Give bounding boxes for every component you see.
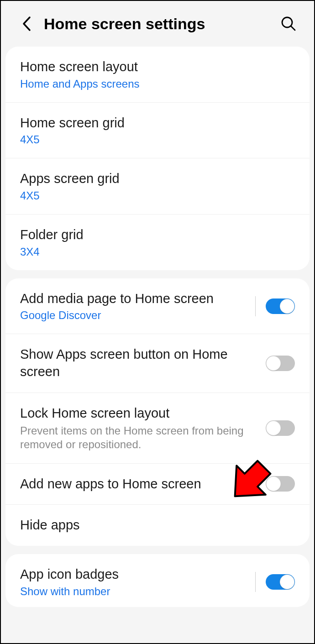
- setting-subtitle: 4X5: [20, 133, 290, 146]
- setting-subtitle: Google Discover: [20, 309, 246, 322]
- row-folder-grid[interactable]: Folder grid 3X4: [5, 215, 310, 270]
- setting-text: Hide apps: [20, 517, 295, 534]
- toggle-add-media-page[interactable]: [266, 298, 295, 314]
- setting-title: Add new apps to Home screen: [20, 476, 261, 493]
- setting-title: Folder grid: [20, 226, 290, 244]
- toggle-divider: [255, 572, 256, 592]
- svg-line-1: [291, 26, 295, 30]
- setting-desc: Prevent items on the Home screen from be…: [20, 424, 261, 451]
- settings-card-options: Add media page to Home screen Google Dis…: [5, 278, 310, 546]
- setting-title: Add media page to Home screen: [20, 290, 246, 308]
- chevron-left-icon: [21, 16, 31, 31]
- row-app-icon-badges[interactable]: App icon badges Show with number: [5, 554, 310, 607]
- search-button[interactable]: [279, 15, 298, 33]
- setting-text: Add media page to Home screen Google Dis…: [20, 290, 251, 322]
- toggle-app-icon-badges[interactable]: [266, 574, 295, 590]
- row-apps-screen-grid[interactable]: Apps screen grid 4X5: [5, 158, 310, 215]
- toggle-add-new-apps[interactable]: [266, 476, 295, 492]
- row-home-screen-layout[interactable]: Home screen layout Home and Apps screens: [5, 47, 310, 103]
- toggle-lock-layout[interactable]: [266, 420, 295, 436]
- row-add-new-apps[interactable]: Add new apps to Home screen: [5, 464, 310, 505]
- back-button[interactable]: [17, 15, 36, 33]
- page-title: Home screen settings: [44, 15, 279, 33]
- row-lock-layout[interactable]: Lock Home screen layout Prevent items on…: [5, 393, 310, 464]
- row-hide-apps[interactable]: Hide apps: [5, 505, 310, 546]
- setting-text: Folder grid 3X4: [20, 226, 295, 258]
- setting-text: Show Apps screen button on Home screen: [20, 346, 266, 380]
- setting-text: Home screen layout Home and Apps screens: [20, 58, 295, 90]
- setting-title: Home screen grid: [20, 115, 290, 132]
- setting-text: Apps screen grid 4X5: [20, 170, 295, 202]
- setting-subtitle: Home and Apps screens: [20, 78, 290, 90]
- row-home-screen-grid[interactable]: Home screen grid 4X5: [5, 103, 310, 159]
- setting-title: App icon badges: [20, 566, 246, 583]
- setting-text: Add new apps to Home screen: [20, 476, 266, 493]
- row-add-media-page[interactable]: Add media page to Home screen Google Dis…: [5, 278, 310, 335]
- setting-title: Home screen layout: [20, 58, 290, 76]
- settings-card-badges: App icon badges Show with number: [5, 554, 310, 607]
- toggle-show-apps-button[interactable]: [266, 356, 295, 371]
- app-header: Home screen settings: [1, 1, 314, 47]
- setting-subtitle: 4X5: [20, 189, 290, 202]
- search-icon: [281, 16, 296, 31]
- setting-title: Hide apps: [20, 517, 290, 534]
- setting-title: Apps screen grid: [20, 170, 290, 188]
- setting-text: Home screen grid 4X5: [20, 115, 295, 147]
- setting-title: Show Apps screen button on Home screen: [20, 346, 261, 380]
- setting-text: Lock Home screen layout Prevent items on…: [20, 405, 266, 451]
- setting-text: App icon badges Show with number: [20, 566, 251, 598]
- toggle-divider: [255, 296, 256, 316]
- setting-subtitle: 3X4: [20, 246, 290, 258]
- settings-card-layout: Home screen layout Home and Apps screens…: [5, 47, 310, 270]
- row-show-apps-button[interactable]: Show Apps screen button on Home screen: [5, 334, 310, 393]
- setting-title: Lock Home screen layout: [20, 405, 261, 422]
- setting-subtitle: Show with number: [20, 585, 246, 598]
